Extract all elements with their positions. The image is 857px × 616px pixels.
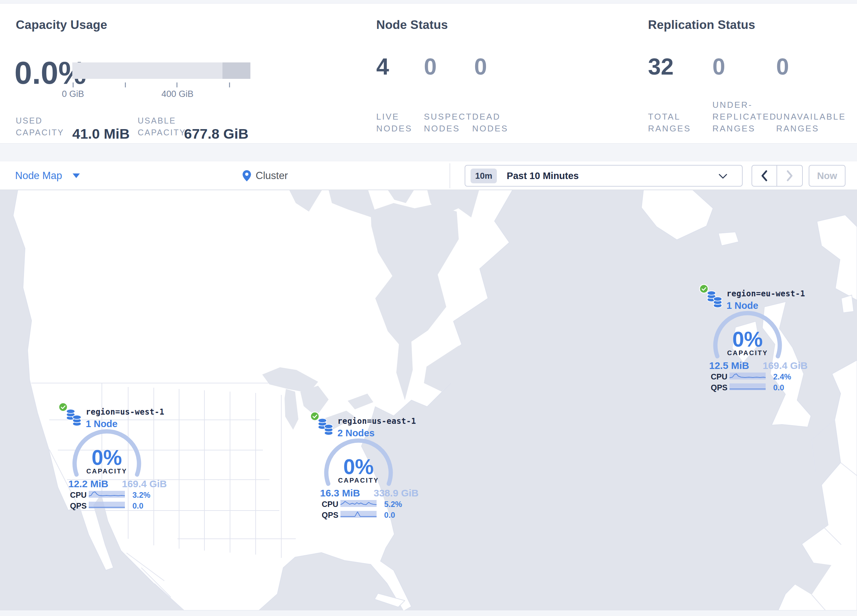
capacity-caption: CAPACITY	[707, 349, 789, 357]
capacity-used-value: 12.2 MiB	[68, 479, 108, 489]
capacity-axis-tick	[125, 82, 126, 87]
time-range-label: Past 10 Minutes	[507, 170, 579, 181]
now-button-label: Now	[817, 170, 837, 181]
dead-nodes-count: 0	[474, 54, 487, 80]
toolbar-divider	[450, 163, 450, 188]
total-ranges-count: 32	[648, 54, 674, 80]
database-stack-icon	[707, 290, 724, 309]
qps-label: QPS	[322, 511, 339, 520]
capacity-percent: 0%	[66, 446, 148, 470]
region-label: region=eu-west-1	[727, 289, 805, 298]
suspect-nodes-count: 0	[424, 54, 437, 80]
capacity-axis-label-0: 0 GiB	[50, 89, 96, 99]
capacity-axis-tick	[176, 82, 178, 87]
view-selector-label: Node Map	[15, 170, 62, 182]
breadcrumb-label: Cluster	[256, 170, 288, 182]
under-replicated-ranges-label: UNDER-REPLICATEDRANGES	[712, 99, 777, 134]
capacity-usage-bar	[72, 62, 251, 79]
unavailable-ranges-label: UNAVAILABLERANGES	[776, 111, 846, 134]
database-stack-icon	[317, 418, 334, 436]
capacity-percent: 0%	[317, 455, 399, 479]
capacity-usage-title: Capacity Usage	[16, 18, 107, 32]
used-capacity-value: 41.0 MiB	[72, 126, 130, 142]
dead-nodes-label: DEADNODES	[472, 111, 508, 134]
cpu-label: CPU	[711, 372, 727, 381]
usable-capacity-label: USABLE CAPACITY	[138, 115, 186, 138]
cpu-value: 5.2%	[384, 500, 402, 509]
qps-label: QPS	[70, 501, 87, 511]
cpu-sparkline	[89, 491, 125, 499]
cpu-value: 2.4%	[773, 372, 791, 381]
cpu-sparkline	[730, 372, 766, 380]
qps-sparkline	[340, 511, 377, 519]
capacity-caption: CAPACITY	[66, 468, 148, 475]
capacity-percent: 0%	[707, 327, 789, 352]
chevron-left-icon	[761, 170, 767, 181]
capacity-used-value: 12.5 MiB	[709, 360, 749, 371]
replication-status-title: Replication Status	[648, 18, 755, 32]
time-range-dropdown[interactable]: 10m Past 10 Minutes	[465, 165, 743, 187]
region-label: region=us-east-1	[337, 417, 416, 426]
qps-sparkline	[730, 383, 766, 391]
chevron-down-icon	[718, 173, 727, 179]
view-selector-dropdown[interactable]: Node Map	[15, 161, 80, 190]
node-count-label: 1 Node	[86, 418, 118, 429]
chevron-right-icon	[786, 170, 793, 181]
total-ranges-label: TOTALRANGES	[648, 111, 691, 134]
map-node-eu-west-1[interactable]: region=eu-west-1 1 Node 0% CAPACITY 12.5…	[682, 278, 813, 396]
breadcrumb[interactable]: Cluster	[243, 161, 288, 190]
now-button[interactable]: Now	[809, 165, 846, 187]
node-status-title: Node Status	[376, 18, 448, 32]
capacity-axis-tick	[229, 82, 230, 87]
time-step-forward-button[interactable]	[777, 165, 802, 186]
capacity-used-value: 16.3 MiB	[320, 488, 360, 499]
cpu-label: CPU	[322, 500, 339, 509]
time-step-back-button[interactable]	[752, 165, 777, 186]
capacity-usable-value: 169.4 GiB	[122, 479, 167, 489]
live-nodes-count: 4	[376, 54, 389, 80]
under-replicated-count: 0	[712, 54, 725, 80]
unavailable-ranges-count: 0	[776, 54, 789, 80]
cpu-value: 3.2%	[132, 491, 150, 500]
cluster-summary-panel: Capacity Usage document.currentScript.pr…	[0, 3, 857, 144]
capacity-usable-value: 338.9 GiB	[374, 488, 419, 499]
capacity-usable-value: 169.4 GiB	[763, 360, 808, 371]
capacity-axis-tick	[73, 82, 74, 87]
database-stack-icon	[66, 409, 83, 427]
capacity-reserved-segment	[223, 62, 251, 79]
capacity-axis-label-400: 400 GiB	[155, 89, 200, 99]
time-step-buttons	[752, 165, 803, 187]
map-pin-icon	[243, 170, 251, 181]
qps-sparkline	[89, 501, 125, 509]
node-count-label: 1 Node	[727, 300, 758, 311]
live-nodes-label: LIVENODES	[376, 111, 412, 134]
qps-value: 0.0	[384, 511, 395, 520]
qps-value: 0.0	[132, 501, 143, 511]
capacity-caption: CAPACITY	[317, 477, 399, 484]
qps-label: QPS	[711, 383, 727, 392]
node-map[interactable]: region=us-west-1 1 Node 0% CAPACITY 12.2…	[0, 190, 857, 610]
region-label: region=us-west-1	[86, 408, 164, 417]
time-range-badge: 10m	[470, 168, 497, 183]
qps-value: 0.0	[773, 383, 784, 392]
map-node-us-west-1[interactable]: region=us-west-1 1 Node 0% CAPACITY 12.2…	[41, 396, 173, 514]
cpu-sparkline	[340, 500, 377, 508]
suspect-nodes-label: SUSPECTNODES	[424, 111, 472, 134]
usable-capacity-value: 677.8 GiB	[184, 126, 248, 142]
node-count-label: 2 Nodes	[337, 428, 374, 438]
map-node-us-east-1[interactable]: region=us-east-1 2 Nodes 0% CAPACITY 16.…	[293, 405, 424, 524]
map-toolbar: Node Map Cluster 10m Past 10 Minutes Now	[0, 161, 857, 190]
used-capacity-label: USED CAPACITY	[16, 115, 64, 138]
chevron-down-icon	[73, 173, 80, 178]
cpu-label: CPU	[70, 491, 87, 500]
